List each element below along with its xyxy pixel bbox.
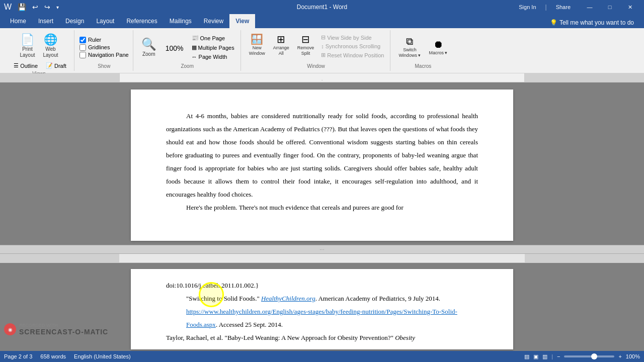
print-layout-icon: 📄 <box>21 34 34 45</box>
ribbon-group-window: 🪟 NewWindow ⊞ ArrangeAll ⊟ RemoveSplit ⊟… <box>242 30 391 71</box>
ref-doi: doi:10.1016/j.eatbeh.2011.01.002.} <box>166 279 478 292</box>
document-wrapper: · At 4-6 months, babies are considered n… <box>0 73 644 351</box>
title-bar: W 💾 ↩ ↪ ▾ Document1 - Word Sign In | Sha… <box>0 0 644 14</box>
screencast-logo-icon: ◉ <box>4 323 16 335</box>
word-count[interactable]: 658 words <box>40 353 66 359</box>
tab-mailings[interactable]: Mailings <box>164 14 198 28</box>
top-ruler: · <box>0 73 644 82</box>
title-bar-right: Sign In | Share — □ ✕ <box>516 0 640 14</box>
switch-windows-icon: ⧉ <box>406 36 413 46</box>
close-btn[interactable]: ✕ <box>620 0 640 14</box>
tab-home[interactable]: Home <box>4 14 32 28</box>
zoom-minus-btn[interactable]: − <box>557 353 560 359</box>
print-layout-btn[interactable]: 📄 PrintLayout <box>17 32 38 60</box>
ref-source-2: Obesity <box>395 334 415 341</box>
switch-windows-btn[interactable]: ⧉ SwitchWindows ▾ <box>395 34 424 60</box>
tell-me-field[interactable]: 💡 Tell me what you want to do <box>544 17 640 28</box>
minimize-btn[interactable]: — <box>580 0 600 14</box>
redo-quick-btn[interactable]: ↪ <box>42 2 52 12</box>
new-window-icon: 🪟 <box>251 34 263 44</box>
zoom-icon: 🔍 <box>141 38 156 50</box>
language[interactable]: English (United States) <box>74 353 131 359</box>
split-divider[interactable]: ⋯ <box>0 245 644 254</box>
ribbon-group-show: Ruler Gridlines Navigation Pane Show <box>75 30 133 71</box>
status-bar: Page 2 of 3 658 words English (United St… <box>0 351 644 362</box>
ribbon-group-switch-macros: ⧉ SwitchWindows ▾ ⏺ Macros ▾ Macros <box>391 30 454 71</box>
customize-quick-btn[interactable]: ▾ <box>54 4 61 11</box>
ref-url-1[interactable]: https://www.healthychildren.org/English/… <box>186 308 457 328</box>
restore-btn[interactable]: □ <box>600 0 620 14</box>
page-count[interactable]: Page 2 of 3 <box>4 353 32 359</box>
synchronous-scrolling-btn[interactable]: ↕ Synchronous Scrolling <box>319 42 386 50</box>
screencast-watermark: ◉ RECORDED WITH SCREENCAST-O-MATIC <box>4 323 108 336</box>
zoom-btn[interactable]: 🔍 Zoom <box>138 36 159 59</box>
undo-quick-btn[interactable]: ↩ <box>30 2 40 12</box>
tab-review[interactable]: Review <box>198 14 229 28</box>
page-width-icon: ↔ <box>192 54 197 60</box>
reset-window-icon: ⊞ <box>321 52 326 58</box>
web-layout-btn[interactable]: 🌐 WebLayout <box>40 32 61 60</box>
document-scroll-area[interactable]: At 4-6 months, babies are considered nut… <box>0 82 644 245</box>
sign-in-btn[interactable]: Sign In <box>516 3 539 11</box>
document-title: Document1 - Word <box>297 4 347 11</box>
view-side-by-side-btn[interactable]: ⊟ View Side by Side <box>319 33 386 42</box>
paragraph-1: At 4-6 months, babies are considered nut… <box>166 110 478 201</box>
tab-view[interactable]: View <box>229 14 255 28</box>
title-bar-left: W 💾 ↩ ↪ ▾ <box>4 2 61 12</box>
zoom-slider[interactable] <box>564 355 614 357</box>
status-bar-left: Page 2 of 3 658 words English (United St… <box>4 353 131 359</box>
zoom-thumb <box>591 353 597 359</box>
draft-icon: 📝 <box>46 62 53 69</box>
arrange-all-btn[interactable]: ⊞ ArrangeAll <box>270 32 292 58</box>
zoom-level[interactable]: 100% <box>626 353 640 359</box>
status-bar-right: ▤ ▣ ▥ | − + 100% <box>524 353 640 360</box>
document-scroll-area-2[interactable]: doi:10.1016/j.eatbeh.2011.01.002.} "Swit… <box>0 263 644 351</box>
document-page-2[interactable]: doi:10.1016/j.eatbeh.2011.01.002.} "Swit… <box>131 269 513 349</box>
remove-split-btn[interactable]: ⊟ RemoveSplit <box>294 32 317 58</box>
ref-taylor: Taylor, Rachael, et al. "Baby-Led Weanin… <box>166 331 478 344</box>
outline-btn[interactable]: ☰ Outline <box>12 61 40 70</box>
remove-split-icon: ⊟ <box>301 34 310 44</box>
ruler-checkbox[interactable]: Ruler <box>79 37 129 43</box>
document-body-text: At 4-6 months, babies are considered nut… <box>166 110 478 214</box>
ref-healthy-children: "Switching to Solid Foods." HealthyChild… <box>166 292 478 331</box>
screencast-logo: ◉ <box>4 323 16 335</box>
one-page-btn[interactable]: 📰 One Page <box>190 34 236 42</box>
gridlines-checkbox[interactable]: Gridlines <box>79 44 129 51</box>
lightbulb-icon: 💡 <box>550 19 557 26</box>
window-group-label: Window <box>307 63 325 69</box>
page-width-btn[interactable]: ↔ Page Width <box>190 53 236 61</box>
tab-layout[interactable]: Layout <box>90 14 120 28</box>
share-btn[interactable]: Share <box>553 3 574 11</box>
zoom-group-label: Zoom <box>181 63 194 69</box>
references-text: doi:10.1016/j.eatbeh.2011.01.002.} "Swit… <box>166 279 478 344</box>
zoom-options: 📰 One Page ▦ Multiple Pages ↔ Page Width <box>190 34 236 61</box>
multiple-pages-btn[interactable]: ▦ Multiple Pages <box>190 43 236 52</box>
tab-insert[interactable]: Insert <box>32 14 59 28</box>
view-web-btn[interactable]: ▥ <box>542 353 547 360</box>
window-controls: — □ ✕ <box>580 0 640 14</box>
reset-window-position-btn[interactable]: ⊞ Reset Window Position <box>319 51 386 59</box>
save-quick-btn[interactable]: 💾 <box>16 2 28 12</box>
tab-references[interactable]: References <box>120 14 163 28</box>
show-checkboxes: Ruler Gridlines Navigation Pane <box>79 37 129 58</box>
new-window-btn[interactable]: 🪟 NewWindow <box>246 32 268 58</box>
zoom-100-btn[interactable]: 100% <box>163 40 187 55</box>
view-print-btn[interactable]: ▣ <box>533 353 538 360</box>
draft-btn[interactable]: 📝 Draft <box>44 61 68 70</box>
zoom-plus-btn[interactable]: + <box>618 353 621 359</box>
ref-source-1[interactable]: HealthyChildren.org <box>261 295 315 302</box>
macros-btn[interactable]: ⏺ Macros ▾ <box>426 37 450 58</box>
navigation-pane-checkbox[interactable]: Navigation Pane <box>79 52 129 58</box>
outline-icon: ☰ <box>14 62 19 69</box>
arrange-all-icon: ⊞ <box>277 34 285 44</box>
view-normal-btn[interactable]: ▤ <box>524 353 529 360</box>
tab-design[interactable]: Design <box>59 14 90 28</box>
quick-access-toolbar: W 💾 ↩ ↪ ▾ <box>4 2 61 12</box>
macros-icon: ⏺ <box>433 39 443 49</box>
macros-group-label: Macros <box>415 63 431 69</box>
screencast-brand-label: SCREENCAST-O-MATIC <box>19 328 108 336</box>
document-page-1[interactable]: At 4-6 months, babies are considered nut… <box>131 89 513 241</box>
one-page-icon: 📰 <box>192 35 199 41</box>
paragraph-2: Here's the problem. There's not much evi… <box>166 201 478 214</box>
